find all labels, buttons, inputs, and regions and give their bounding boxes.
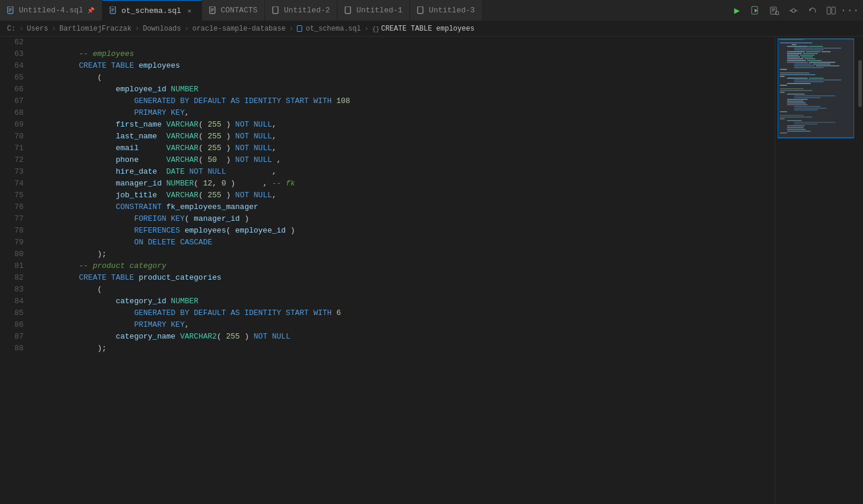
scrollbar-thumb[interactable] [858, 60, 862, 107]
tab-ot-schema[interactable]: ot_schema.sql ✕ [102, 0, 201, 21]
breadcrumb-filename[interactable]: ot_schema.sql [306, 25, 361, 33]
code-line-83: category_id NUMBER [33, 284, 775, 296]
commit-button[interactable] [785, 2, 802, 19]
breadcrumb-drive[interactable]: C: [7, 25, 15, 33]
svg-rect-29 [297, 25, 302, 31]
file-icon-u3 [417, 6, 425, 15]
breadcrumb-oracle[interactable]: oracle-sample-database [192, 25, 285, 33]
code-line-62: -- employees [33, 37, 775, 48]
rollback-button[interactable] [804, 2, 821, 19]
explain-button[interactable] [766, 2, 783, 19]
file-sql-icon [7, 6, 15, 15]
svg-text:{}: {} [372, 26, 379, 32]
tab-label-contacts: CONTACTS [221, 6, 257, 15]
tab-untitled3[interactable]: Untitled-3 [410, 0, 482, 21]
breadcrumb-username[interactable]: BartlomiejFraczak [59, 25, 131, 33]
tab-label-u1: Untitled-1 [356, 6, 402, 15]
svg-rect-12 [273, 6, 278, 14]
svg-point-23 [792, 9, 795, 12]
tab-label-u3: Untitled-3 [429, 6, 475, 15]
svg-point-21 [775, 11, 779, 15]
minimap-content [775, 37, 857, 504]
tab-label: Untitled-4.sql [19, 6, 83, 15]
file-icon-u1 [345, 6, 353, 15]
tab-bar: Untitled-4.sql 📌 ot_schema.sql ✕ CONTACT… [0, 0, 863, 21]
file-icon-u2 [272, 6, 280, 15]
tab-label-active: ot_schema.sql [121, 6, 181, 15]
code-line-65: employee_id NUMBER [33, 72, 775, 84]
svg-rect-14 [418, 6, 423, 14]
breadcrumb-symbol[interactable]: CREATE TABLE employees [381, 25, 474, 33]
line-numbers: 62 63 64 65 66 67 68 69 70 71 72 73 74 7… [0, 37, 28, 504]
code-line-80: -- product category [33, 248, 775, 260]
code-line-63: CREATE TABLE employees [33, 48, 775, 60]
tab-label-u2: Untitled-2 [284, 6, 330, 15]
tab-contacts[interactable]: CONTACTS [202, 0, 265, 21]
breadcrumb-users[interactable]: Users [27, 25, 48, 33]
editor-scrollbar[interactable] [857, 37, 863, 504]
tab-untitled4[interactable]: Untitled-4.sql 📌 [0, 0, 102, 21]
run-file-button[interactable] [748, 2, 764, 19]
minimap[interactable] [775, 37, 857, 504]
code-lines[interactable]: -- employees CREATE TABLE employees ( em… [28, 37, 775, 504]
svg-rect-93 [778, 39, 854, 138]
file-sql-icon-active [110, 6, 118, 15]
svg-marker-16 [755, 9, 758, 12]
svg-rect-28 [832, 7, 835, 14]
toolbar-actions: ▶ [729, 2, 863, 19]
breadcrumb: C: › Users › BartlomiejFraczak › Downloa… [0, 21, 863, 37]
more-actions-button[interactable]: ··· [842, 2, 858, 19]
split-editor-button[interactable] [823, 2, 839, 19]
tab-untitled2[interactable]: Untitled-2 [265, 0, 338, 21]
file-icon-contacts [209, 6, 217, 15]
tab-close-button[interactable]: ✕ [185, 6, 194, 15]
pin-icon: 📌 [87, 6, 95, 15]
code-editor[interactable]: 62 63 64 65 66 67 68 69 70 71 72 73 74 7… [0, 37, 775, 504]
svg-line-22 [778, 14, 779, 15]
breadcrumb-downloads[interactable]: Downloads [143, 25, 181, 33]
editor-area: 62 63 64 65 66 67 68 69 70 71 72 73 74 7… [0, 37, 863, 504]
svg-rect-27 [827, 7, 831, 14]
tab-untitled1[interactable]: Untitled-1 [338, 0, 410, 21]
run-button[interactable]: ▶ [729, 2, 745, 19]
svg-rect-13 [345, 6, 351, 14]
code-line-88 [33, 343, 775, 354]
